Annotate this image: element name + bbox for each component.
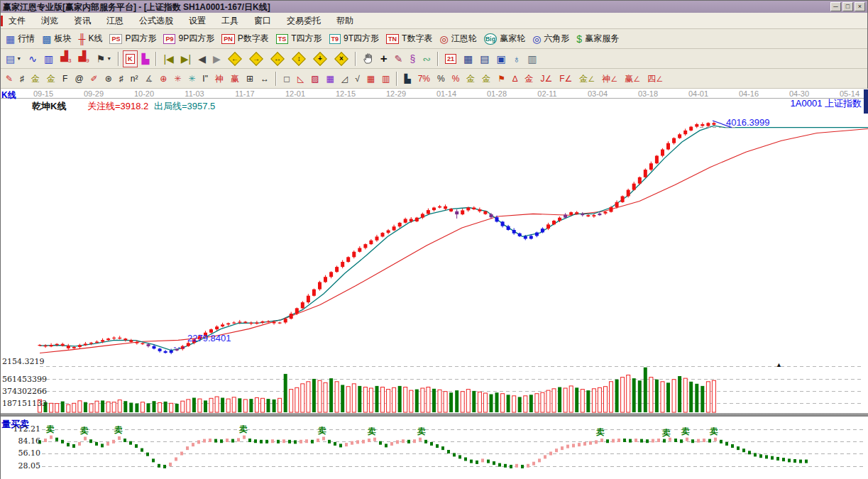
gold-angle-button[interactable]: 金∠ bbox=[576, 70, 598, 87]
menu-item-设置[interactable]: 设置 bbox=[181, 13, 214, 29]
grid-comb-button[interactable]: ♯ bbox=[116, 70, 126, 87]
print-button[interactable]: ▥ bbox=[524, 50, 539, 67]
four-angle-button[interactable]: 四∠ bbox=[644, 70, 666, 87]
network-button[interactable]: ♁ bbox=[510, 50, 524, 67]
target-red-button[interactable]: ⊕ bbox=[157, 70, 170, 87]
menu-item-公式选股[interactable]: 公式选股 bbox=[131, 13, 181, 29]
diamond-right-button[interactable]: → bbox=[246, 50, 266, 67]
hexagon-button[interactable]: ◎六角形 bbox=[529, 31, 572, 48]
nav-prev-button[interactable]: ◀ bbox=[195, 50, 209, 67]
diamond-vexpand-button[interactable]: ↕ bbox=[289, 50, 309, 67]
winner-service-button[interactable]: $赢家服务 bbox=[573, 31, 622, 48]
p-number-table-button[interactable]: PNP数字表 bbox=[219, 31, 272, 48]
gold-mid-button[interactable]: 金 bbox=[522, 70, 536, 87]
save-button[interactable]: ▣ bbox=[493, 50, 508, 67]
web-teal-button[interactable]: ✳ bbox=[185, 70, 198, 87]
spiral-button[interactable]: @ bbox=[72, 70, 86, 87]
oscillator-pane[interactable]: 卖卖卖卖卖卖卖卖卖卖卖 bbox=[1, 417, 868, 479]
notes-button[interactable]: ▥ bbox=[41, 50, 56, 67]
knot-tool-button[interactable]: ∾ bbox=[419, 50, 434, 67]
red-pen-button[interactable]: ✎ bbox=[3, 70, 16, 87]
notepad-button[interactable]: ▤ bbox=[477, 50, 492, 67]
chart3-button[interactable]: ▟3 bbox=[57, 50, 74, 67]
shen-grid-button[interactable]: 神 bbox=[212, 70, 226, 87]
market-quotes-button[interactable]: ▦行情 bbox=[3, 31, 38, 48]
menu-item-浏览[interactable]: 浏览 bbox=[33, 13, 66, 29]
nav-next-button[interactable]: ▶ bbox=[210, 50, 224, 67]
a-wave-button[interactable]: ∆ bbox=[510, 70, 520, 87]
menu-item-帮助[interactable]: 帮助 bbox=[329, 13, 361, 29]
flag-candle-button[interactable]: ⚑ bbox=[495, 70, 508, 87]
gann-wheel-button[interactable]: ◎江恩轮 bbox=[436, 31, 479, 48]
fan-lines-button[interactable]: ◿ bbox=[339, 70, 351, 87]
volume-pane[interactable] bbox=[1, 366, 868, 413]
diamond-cross-button[interactable]: + bbox=[310, 50, 330, 67]
close-button[interactable]: × bbox=[855, 2, 865, 11]
p-square-button[interactable]: PSP四方形 bbox=[106, 31, 159, 48]
gann-box-button[interactable]: ▨ bbox=[308, 70, 322, 87]
calculator-button[interactable]: ▦ bbox=[461, 50, 476, 67]
f-comb-button[interactable]: F bbox=[60, 70, 70, 87]
pct7-button[interactable]: 7% bbox=[415, 70, 433, 87]
ribbon-tool-button[interactable]: § bbox=[407, 50, 418, 67]
formula-curve-button[interactable]: ∿ bbox=[26, 50, 40, 67]
crosshair-tool-button[interactable]: + bbox=[378, 50, 390, 67]
menu-item-窗口[interactable]: 窗口 bbox=[246, 13, 279, 29]
web-red-button[interactable]: ✳ bbox=[171, 70, 184, 87]
ruler-button[interactable]: ⊞ bbox=[243, 70, 256, 87]
angle-button[interactable]: ∡ bbox=[142, 70, 155, 87]
9t-square-button[interactable]: T99T四方形 bbox=[326, 31, 383, 48]
ying-angle-button[interactable]: 赢∠ bbox=[622, 70, 643, 87]
diamond-hexpand-button[interactable]: ↔ bbox=[268, 50, 287, 67]
red-marker-button[interactable]: ✐ bbox=[88, 70, 101, 87]
menu-item-交易委托[interactable]: 交易委托 bbox=[279, 13, 329, 29]
fan-red-button[interactable]: ◺ bbox=[295, 70, 307, 87]
percent-pen-button[interactable]: ✎ bbox=[392, 50, 406, 67]
gold-line-button[interactable]: 金 bbox=[479, 70, 493, 87]
f-angle-button[interactable]: F∠ bbox=[556, 70, 575, 87]
ying-grid-button[interactable]: 赢 bbox=[228, 70, 242, 87]
menu-item-文件[interactable]: 文件 bbox=[1, 13, 33, 29]
diamond-left-button[interactable]: ← bbox=[225, 50, 245, 67]
nav-last-button[interactable]: ▶| bbox=[178, 50, 194, 67]
red-table-button[interactable]: ▥ bbox=[379, 70, 392, 87]
maximize-button[interactable]: □ bbox=[842, 2, 853, 11]
iquote-button[interactable]: I" bbox=[199, 70, 211, 87]
gold-comb2-button[interactable]: 金 bbox=[44, 70, 58, 87]
t-number-table-button[interactable]: TNT数字表 bbox=[383, 31, 435, 48]
menu-item-工具[interactable]: 工具 bbox=[214, 13, 246, 29]
pct-button[interactable]: % bbox=[434, 70, 448, 87]
qiankun-kline-button[interactable]: K bbox=[123, 50, 138, 67]
flag-dropdown[interactable]: ⚑▼ bbox=[94, 50, 115, 67]
menu-item-资讯[interactable]: 资讯 bbox=[66, 13, 99, 29]
color-histogram-button[interactable]: ▙ bbox=[139, 50, 153, 67]
gold-comb1-button[interactable]: 金 bbox=[28, 70, 43, 87]
t-square-button[interactable]: TST四方形 bbox=[273, 31, 325, 48]
chart9-button[interactable]: ▟9 bbox=[75, 50, 92, 67]
n2-button[interactable]: n² bbox=[128, 70, 141, 87]
comb-button[interactable]: ♯ bbox=[17, 70, 27, 87]
hand-tool-button[interactable] bbox=[360, 50, 376, 67]
view-dropdown[interactable]: ▤▼ bbox=[3, 50, 24, 67]
j-angle-button[interactable]: J∠ bbox=[537, 70, 555, 87]
hist2-button[interactable]: ▙ bbox=[401, 70, 413, 87]
winner-wheel-button[interactable]: Big赢家轮 bbox=[481, 31, 529, 48]
sectors-button[interactable]: ▩板块 bbox=[39, 31, 74, 48]
menu-item-江恩[interactable]: 江恩 bbox=[99, 13, 131, 29]
minimize-button[interactable]: ─ bbox=[830, 2, 841, 11]
main-price-chart[interactable] bbox=[1, 99, 868, 366]
kline-button[interactable]: ╫K线 bbox=[75, 31, 105, 48]
red-grid-button[interactable]: ▦ bbox=[364, 70, 378, 87]
chart-area[interactable]: 09-1509-2910-2011-0311-1712-0112-1512-29… bbox=[1, 89, 868, 479]
diamond-x-button[interactable]: × bbox=[331, 50, 351, 67]
wave-check-button[interactable]: √ bbox=[352, 70, 363, 87]
shen-angle-button[interactable]: 神∠ bbox=[599, 70, 620, 87]
gold-oval-button[interactable]: 金 bbox=[463, 70, 478, 87]
compass-button[interactable]: ⊛ bbox=[102, 70, 115, 87]
title-bar[interactable]: 赢家江恩专业版[赢家内部服务平台] - [上证指数 SH1A0001-167/日… bbox=[1, 1, 867, 13]
9p-square-button[interactable]: P99P四方形 bbox=[160, 31, 217, 48]
box-tool-button[interactable]: ◻ bbox=[280, 70, 293, 87]
gann-grid-button[interactable]: ▦ bbox=[324, 70, 337, 87]
nav-first-button[interactable]: |◀ bbox=[160, 50, 176, 67]
pct-line-button[interactable]: % bbox=[449, 70, 463, 87]
